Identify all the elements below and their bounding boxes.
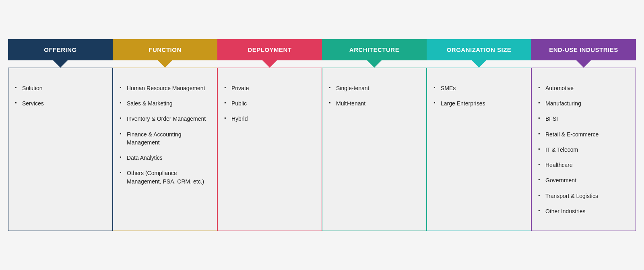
column-body-offering: SolutionServices bbox=[8, 68, 113, 231]
segmentation-table: OFFERINGSolutionServicesFUNCTIONHuman Re… bbox=[8, 39, 636, 231]
bullet-list-end-use: AutomotiveManufacturingBFSIRetail & E-co… bbox=[538, 84, 629, 216]
list-item: Data Analytics bbox=[120, 154, 211, 162]
bullet-list-deployment: PrivatePublicHybrid bbox=[224, 84, 315, 123]
column-header-org-size: ORGANIZATION SIZE bbox=[427, 39, 531, 60]
list-item: Inventory & Order Management bbox=[120, 115, 211, 123]
bullet-list-function: Human Resource ManagementSales & Marketi… bbox=[120, 84, 211, 185]
list-item: Single-tenant bbox=[329, 84, 420, 92]
list-item: Healthcare bbox=[538, 161, 629, 169]
column-function: FUNCTIONHuman Resource ManagementSales &… bbox=[113, 39, 217, 231]
column-header-offering: OFFERING bbox=[8, 39, 113, 60]
list-item: Sales & Marketing bbox=[120, 99, 211, 107]
list-item: Retail & E-commerce bbox=[538, 130, 629, 138]
list-item: Human Resource Management bbox=[120, 84, 211, 92]
bullet-list-offering: SolutionServices bbox=[15, 84, 106, 108]
column-body-architecture: Single-tenantMulti-tenant bbox=[322, 68, 427, 231]
list-item: BFSI bbox=[538, 115, 629, 123]
list-item: Finance & Accounting Management bbox=[120, 130, 211, 147]
column-org-size: ORGANIZATION SIZESMEsLarge Enterprises bbox=[427, 39, 531, 231]
column-body-org-size: SMEsLarge Enterprises bbox=[427, 68, 531, 231]
bullet-list-architecture: Single-tenantMulti-tenant bbox=[329, 84, 420, 108]
column-deployment: DEPLOYMENTPrivatePublicHybrid bbox=[217, 39, 322, 231]
list-item: Hybrid bbox=[224, 115, 315, 123]
list-item: Public bbox=[224, 99, 315, 107]
list-item: Multi-tenant bbox=[329, 99, 420, 107]
column-end-use: END-USE INDUSTRIESAutomotiveManufacturin… bbox=[531, 39, 636, 231]
column-body-deployment: PrivatePublicHybrid bbox=[217, 68, 322, 231]
list-item: Others (Compliance Management, PSA, CRM,… bbox=[120, 169, 211, 185]
column-body-end-use: AutomotiveManufacturingBFSIRetail & E-co… bbox=[531, 68, 636, 231]
column-offering: OFFERINGSolutionServices bbox=[8, 39, 113, 231]
list-item: Large Enterprises bbox=[433, 99, 524, 107]
list-item: Government bbox=[538, 176, 629, 184]
list-item: Automotive bbox=[538, 84, 629, 92]
list-item: Other Industries bbox=[538, 207, 629, 215]
column-architecture: ARCHITECTURESingle-tenantMulti-tenant bbox=[322, 39, 427, 231]
column-header-architecture: ARCHITECTURE bbox=[322, 39, 427, 60]
column-header-end-use: END-USE INDUSTRIES bbox=[531, 39, 636, 60]
list-item: Transport & Logistics bbox=[538, 192, 629, 200]
list-item: Manufacturing bbox=[538, 99, 629, 107]
column-header-deployment: DEPLOYMENT bbox=[217, 39, 322, 60]
bullet-list-org-size: SMEsLarge Enterprises bbox=[433, 84, 524, 108]
list-item: Private bbox=[224, 84, 315, 92]
column-body-function: Human Resource ManagementSales & Marketi… bbox=[113, 68, 217, 231]
list-item: IT & Telecom bbox=[538, 146, 629, 154]
column-header-function: FUNCTION bbox=[113, 39, 217, 60]
list-item: Services bbox=[15, 99, 106, 107]
list-item: Solution bbox=[15, 84, 106, 92]
list-item: SMEs bbox=[433, 84, 524, 92]
